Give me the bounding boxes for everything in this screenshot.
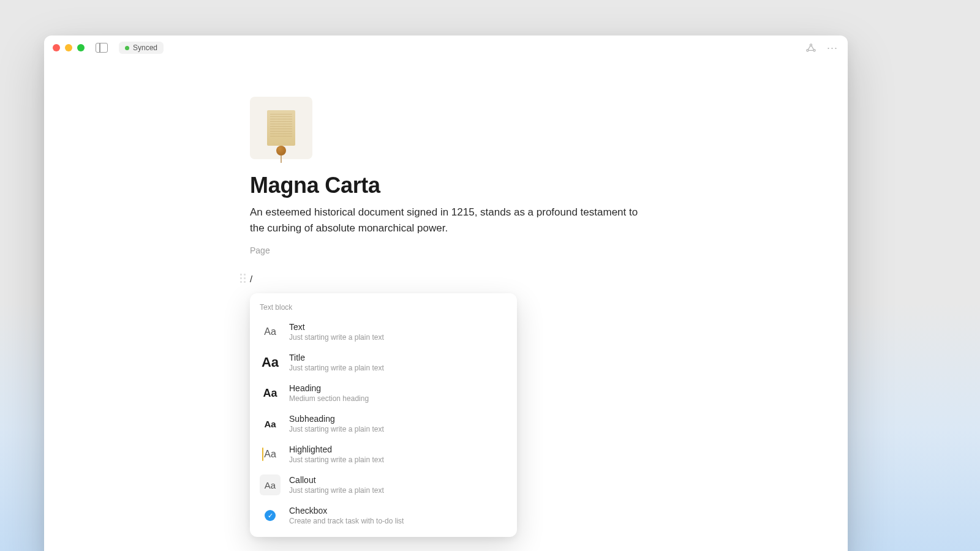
- menu-item-desc: Just starting write a plain text: [289, 455, 384, 464]
- menu-section-label: Text block: [250, 303, 517, 317]
- svg-line-4: [812, 46, 814, 50]
- content-inner: Magna Carta An esteemed historical docum…: [250, 97, 642, 284]
- menu-item-text: CalloutJust starting write a plain text: [289, 475, 384, 495]
- menu-item-desc: Medium section heading: [289, 394, 369, 403]
- content-area: Magna Carta An esteemed historical docum…: [44, 60, 848, 284]
- slash-command-menu: Text block AaTextJust starting write a p…: [250, 293, 517, 537]
- menu-item-checkbox[interactable]: ✓CheckboxCreate and track task with to-d…: [250, 500, 517, 531]
- menu-item-text: CheckboxCreate and track task with to-do…: [289, 506, 404, 525]
- page-type-label: Page: [250, 246, 642, 255]
- menu-item-name: Highlighted: [289, 444, 384, 454]
- wax-seal-icon: [276, 146, 286, 156]
- sync-status-dot-icon: [125, 46, 129, 50]
- menu-item-title[interactable]: AaTitleJust starting write a plain text: [250, 347, 517, 378]
- title-icon: Aa: [260, 352, 281, 373]
- sync-status-badge[interactable]: Synced: [119, 42, 164, 54]
- menu-item-text: HeadingMedium section heading: [289, 383, 369, 403]
- menu-item-text[interactable]: AaTextJust starting write a plain text: [250, 317, 517, 347]
- text-icon: Aa: [260, 321, 281, 342]
- page-icon[interactable]: [250, 97, 312, 159]
- svg-line-3: [808, 46, 810, 50]
- titlebar: Synced ···: [44, 36, 848, 60]
- callout-icon: Aa: [260, 474, 281, 495]
- window-zoom-button[interactable]: [77, 44, 85, 51]
- menu-item-desc: Just starting write a plain text: [289, 333, 384, 342]
- drag-handle-icon[interactable]: [240, 274, 246, 285]
- app-window: Synced ···: [44, 36, 848, 551]
- sidebar-toggle-button[interactable]: [96, 43, 108, 53]
- titlebar-right: ···: [806, 42, 840, 53]
- menu-item-desc: Just starting write a plain text: [289, 486, 384, 495]
- menu-item-name: Heading: [289, 383, 369, 393]
- page-subtitle[interactable]: An esteemed historical document signed i…: [250, 204, 642, 236]
- graph-view-button[interactable]: [806, 43, 816, 52]
- heading-icon: Aa: [260, 383, 281, 403]
- traffic-lights: [53, 44, 85, 51]
- menu-item-desc: Create and track task with to-do list: [289, 517, 404, 525]
- page-title[interactable]: Magna Carta: [250, 173, 642, 198]
- slash-command-text: /: [250, 274, 252, 284]
- menu-bottom-fade: [250, 531, 517, 537]
- menu-item-text: HighlightedJust starting write a plain t…: [289, 444, 384, 464]
- check-circle-icon: ✓: [265, 510, 276, 521]
- menu-item-text: TextJust starting write a plain text: [289, 322, 384, 342]
- menu-item-desc: Just starting write a plain text: [289, 364, 384, 372]
- window-close-button[interactable]: [53, 44, 60, 51]
- checkbox-icon: ✓: [260, 505, 281, 526]
- menu-item-desc: Just starting write a plain text: [289, 425, 384, 433]
- window-minimize-button[interactable]: [65, 44, 72, 51]
- menu-item-heading[interactable]: AaHeadingMedium section heading: [250, 378, 517, 408]
- menu-item-name: Title: [289, 353, 384, 362]
- menu-item-subheading[interactable]: AaSubheadingJust starting write a plain …: [250, 408, 517, 439]
- menu-list: AaTextJust starting write a plain textAa…: [250, 317, 517, 531]
- subheading-icon: Aa: [260, 413, 281, 434]
- highlighted-icon: Aa: [260, 444, 281, 465]
- menu-item-text: TitleJust starting write a plain text: [289, 353, 384, 372]
- editor-line[interactable]: / Text block AaTextJust starting write a…: [250, 274, 642, 284]
- svg-point-0: [810, 44, 812, 46]
- menu-item-text: SubheadingJust starting write a plain te…: [289, 414, 384, 433]
- graph-triangle-icon: [806, 43, 816, 52]
- menu-item-name: Subheading: [289, 414, 384, 424]
- parchment-icon: [267, 110, 295, 146]
- svg-point-2: [813, 50, 815, 51]
- menu-item-name: Text: [289, 322, 384, 332]
- svg-point-1: [807, 50, 809, 51]
- menu-item-highlighted[interactable]: AaHighlightedJust starting write a plain…: [250, 439, 517, 470]
- sync-status-label: Synced: [133, 43, 157, 52]
- menu-item-name: Callout: [289, 475, 384, 485]
- more-options-button[interactable]: ···: [827, 42, 838, 53]
- menu-item-name: Checkbox: [289, 506, 404, 515]
- titlebar-left: Synced: [51, 42, 164, 54]
- menu-item-callout[interactable]: AaCalloutJust starting write a plain tex…: [250, 470, 517, 500]
